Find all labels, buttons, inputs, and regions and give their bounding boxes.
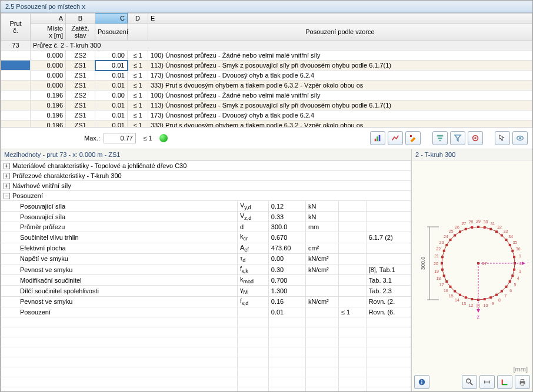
group-row[interactable]: +Návrhové vnitřní síly [1, 181, 411, 191]
axes-button[interactable] [497, 375, 512, 389]
detail-row[interactable]: Posouvající sílaVy,d0.12kN [1, 201, 411, 212]
svg-point-3 [410, 135, 412, 138]
zoom-button[interactable] [462, 375, 477, 389]
expand-icon[interactable]: + [4, 173, 10, 179]
table-row[interactable]: 0.000ZS20.00≤ 1100) Únosnost průřezu - Ž… [1, 51, 532, 61]
color-button[interactable] [405, 131, 421, 145]
row-zs[interactable]: ZS1 [66, 110, 95, 120]
svg-rect-106 [521, 380, 524, 382]
row-zs[interactable]: ZS1 [66, 71, 95, 81]
section-diagram[interactable]: 300.012345678910111213141516171819202122… [412, 160, 532, 366]
row-check[interactable]: 0.01 [95, 120, 128, 128]
col-d-sub [128, 24, 148, 41]
col-a-header[interactable]: A [31, 14, 66, 24]
row-x[interactable]: 0.000 [31, 71, 66, 81]
table-row[interactable]: 0.196ZS20.00≤ 1100) Únosnost průřezu - Ž… [1, 91, 532, 100]
detail-row[interactable]: Pevnost ve smykufv,k0.30kN/cm²[8], Tab.1 [1, 264, 411, 274]
svg-rect-40 [464, 296, 467, 299]
table-row[interactable]: 0.196ZS10.01≤ 1113) Únosnost průřezu - S… [1, 100, 532, 110]
max-compare: ≤ 1 [139, 135, 156, 142]
svg-rect-52 [441, 268, 443, 270]
print-button[interactable] [515, 375, 530, 389]
detail-row[interactable]: Posouzení0.01≤ 1Rovn. (6. [1, 307, 411, 317]
row-check[interactable]: 0.01 [95, 71, 128, 81]
row-cmp: ≤ 1 [128, 100, 148, 110]
detail-row[interactable]: Modifikační součinitelkmod0.700Tab. 3.1 [1, 275, 411, 286]
row-check[interactable]: 0.01 [95, 110, 128, 120]
svg-text:12: 12 [468, 303, 473, 307]
expand-icon[interactable]: + [4, 183, 10, 189]
row-prut [1, 51, 31, 61]
detail-row[interactable]: Napětí ve smykuτd0.00kN/cm² [1, 253, 411, 264]
row-x[interactable]: 0.196 [31, 100, 66, 110]
info-button[interactable]: i [414, 375, 429, 389]
detail-row[interactable]: Efektivní plochaAef473.60cm² [1, 243, 411, 253]
graph-2-button[interactable] [388, 131, 403, 145]
row-x[interactable]: 0.000 [31, 51, 66, 61]
svg-text:10: 10 [483, 303, 488, 307]
svg-text:13: 13 [461, 301, 466, 305]
expand-icon[interactable]: − [4, 193, 10, 199]
graph-1-button[interactable] [370, 131, 385, 145]
row-x[interactable]: 0.196 [31, 91, 66, 100]
select-member-button[interactable] [495, 131, 510, 145]
svg-text:27: 27 [461, 222, 466, 226]
svg-text:18: 18 [436, 276, 441, 280]
row-zs[interactable]: ZS1 [66, 120, 95, 128]
row-check[interactable]: 0.00 [95, 91, 128, 100]
svg-text:23: 23 [439, 240, 444, 244]
col-e-header[interactable]: E [148, 14, 532, 24]
row-cmp: ≤ 1 [128, 110, 148, 120]
col-b-header[interactable]: B [66, 14, 95, 24]
detail-row[interactable]: Průměr průřezud300.0mm [1, 222, 411, 232]
svg-rect-50 [442, 274, 445, 277]
row-desc: 113) Únosnost průřezu - Smyk z posouvají… [148, 100, 532, 110]
row-cmp: ≤ 1 [128, 71, 148, 81]
row-x[interactable]: 0.000 [31, 81, 66, 91]
svg-rect-78 [495, 230, 498, 233]
dimension-button[interactable] [479, 375, 495, 389]
row-zs[interactable]: ZS2 [66, 91, 95, 100]
row-check[interactable]: 0.01 [95, 61, 128, 71]
row-x[interactable]: 0.196 [31, 110, 66, 120]
table-row[interactable]: 0.196ZS10.01≤ 1333) Prut s dvouosým ohyb… [1, 120, 532, 128]
filter-1-button[interactable] [432, 131, 448, 145]
group-row[interactable]: +Materiálové charakteristiky - Topolové … [1, 161, 411, 171]
view-button[interactable] [512, 131, 528, 145]
col-c-sub: Posouzení [95, 24, 128, 41]
detail-row[interactable]: Dílčí součinitel spolehlivostiγM1.300Tab… [1, 286, 411, 296]
expand-icon[interactable]: + [4, 163, 10, 169]
row-zs[interactable]: ZS1 [66, 61, 95, 71]
row-x[interactable]: 0.000 [31, 61, 66, 71]
table-row[interactable]: 0.196ZS10.01≤ 1173) Únosnost průřezu - D… [1, 110, 532, 120]
filter-2-button[interactable] [450, 131, 465, 145]
row-check[interactable]: 0.00 [95, 51, 128, 61]
settings-button[interactable] [468, 131, 483, 145]
group-row[interactable]: −Posouzení [1, 191, 411, 201]
detail-row[interactable]: Součinitel vlivu trhlinkcr0.6706.1.7 (2) [1, 232, 411, 243]
svg-rect-84 [508, 244, 511, 246]
detail-row[interactable]: Posouvající sílaVz,d0.33kN [1, 212, 411, 222]
design-grid[interactable]: Prut č. A B C D E Místo x [m] Zatěž. sta… [1, 13, 532, 128]
row-check[interactable]: 0.01 [95, 100, 128, 110]
group-row[interactable]: +Průřezové charakteristiky - T-kruh 300 [1, 171, 411, 181]
table-row[interactable]: 0.000ZS10.01≤ 1173) Únosnost průřezu - D… [1, 71, 532, 81]
row-zs[interactable]: ZS1 [66, 100, 95, 110]
row-desc: 173) Únosnost průřezu - Dvouosý ohyb a t… [148, 71, 532, 81]
row-x[interactable]: 0.196 [31, 120, 66, 128]
table-row[interactable]: 0.000ZS10.01≤ 1333) Prut s dvouosým ohyb… [1, 81, 532, 91]
details-grid[interactable]: +Materiálové charakteristiky - Topolové … [1, 160, 411, 391]
table-row[interactable]: 0.000ZS10.01≤ 1113) Únosnost průřezu - S… [1, 61, 532, 71]
svg-rect-80 [500, 234, 502, 236]
col-d-header[interactable]: D [128, 14, 148, 24]
svg-rect-0 [375, 139, 377, 141]
row-zs[interactable]: ZS2 [66, 51, 95, 61]
detail-row[interactable]: Pevnost ve smykufv,d0.16kN/cm²Rovn. (2. [1, 296, 411, 307]
row-check[interactable]: 0.01 [95, 81, 128, 91]
row-desc: 333) Prut s dvouosým ohybem a tlakem pod… [148, 81, 532, 91]
col-c-header[interactable]: C [95, 14, 128, 24]
section-title: 2 - T-kruh 300 [412, 149, 532, 160]
svg-text:35: 35 [512, 240, 517, 244]
row-zs[interactable]: ZS1 [66, 81, 95, 91]
svg-rect-44 [454, 290, 456, 292]
